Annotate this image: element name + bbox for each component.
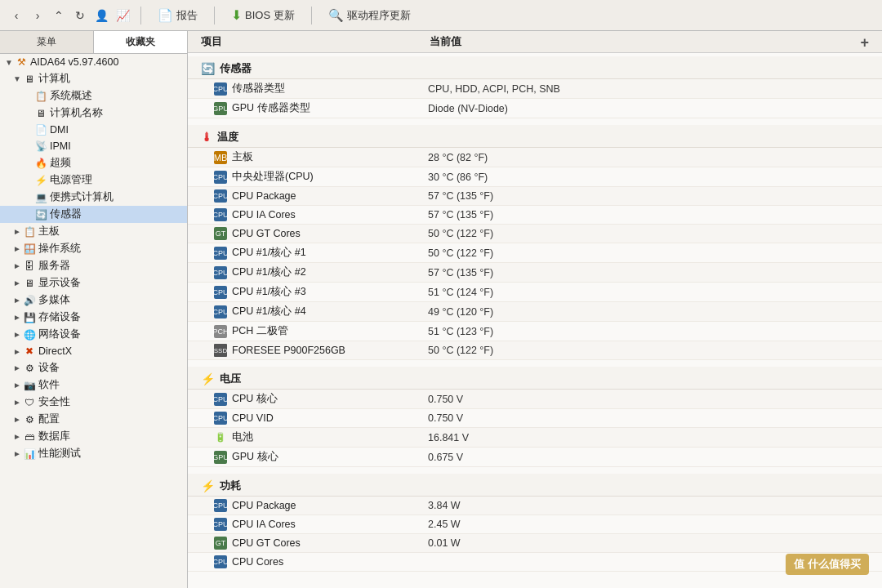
tree-sysoverview[interactable]: 📋 系统概述 [0, 87, 187, 105]
row-cpu-ia-power: CPU CPU IA Cores 2.45 W [188, 515, 882, 534]
tree-os-label: 操作系统 [38, 242, 184, 256]
row-motherboard-temp: MB 主板 28 °C (82 °F) [188, 148, 882, 167]
section-power-header: ⚡ 功耗 [188, 474, 882, 497]
chart-button[interactable]: 📈 [113, 6, 132, 25]
value-core2-temp: 57 °C (135 °F) [428, 267, 869, 278]
arrow-display: ► [11, 278, 23, 287]
value-mb-temp: 28 °C (82 °F) [428, 152, 869, 163]
tree-directx[interactable]: ► ✖ DirectX [0, 343, 187, 359]
row-gpu-core-volt: GPU GPU 核心 0.675 V [188, 448, 882, 467]
tree-sensors[interactable]: 🔄 传感器 [0, 206, 187, 223]
tree-devices[interactable]: ► ⚙ 设备 [0, 359, 187, 376]
tree-cfg-label: 配置 [38, 412, 184, 426]
tree-multimedia[interactable]: ► 🔊 多媒体 [0, 292, 187, 309]
tree-root[interactable]: ▼ ⚒ AIDA64 v5.97.4600 [0, 54, 187, 70]
report-button[interactable]: 📄 报告 [149, 6, 206, 25]
tree-display[interactable]: ► 🖥 显示设备 [0, 274, 187, 292]
name-bat-volt: 电池 [232, 430, 428, 444]
icon-dmi: 📄 [34, 123, 47, 136]
icon-cpu-pkg-power: CPU [214, 499, 227, 512]
tree-compname[interactable]: 🖥 计算机名称 [0, 105, 187, 122]
value-cpu-temp: 30 °C (86 °F) [428, 172, 869, 183]
back-button[interactable]: ‹ [7, 6, 26, 25]
arrow-bench: ► [11, 449, 23, 458]
tree-oc-label: 超频 [50, 156, 184, 170]
tree-security[interactable]: ► 🛡 安全性 [0, 394, 187, 411]
toolbar: ‹ › ⌃ ↻ 👤 📈 📄 报告 ⬇ BIOS 更新 🔍 驱动程序更新 [0, 0, 882, 31]
icon-cpu-pkg-temp: CPU [214, 189, 227, 203]
driver-button[interactable]: 🔍 驱动程序更新 [320, 6, 419, 25]
tree-motherboard[interactable]: ► 📋 主板 [0, 223, 187, 240]
tree-computer[interactable]: ▼ 🖥 计算机 [0, 70, 187, 87]
tree-software[interactable]: ► 📷 软件 [0, 376, 187, 394]
volt-section-icon: ⚡ [201, 372, 215, 385]
tree-ipmi[interactable]: 📡 IPMI [0, 138, 187, 154]
tab-menu[interactable]: 菜单 [0, 31, 94, 53]
row-cpu-gt-temp: GT CPU GT Cores 50 °C (122 °F) [188, 225, 882, 243]
icon-dx: ✖ [23, 345, 36, 358]
tree-ipmi-label: IPMI [50, 140, 184, 152]
temp-section-icon: 🌡 [201, 131, 212, 144]
sidebar-tabs: 菜单 收藏夹 [0, 31, 187, 54]
tree-server[interactable]: ► 🗄 服务器 [0, 257, 187, 274]
arrow-cfg: ► [11, 415, 23, 424]
icon-db: 🗃 [23, 430, 36, 443]
tree-storage[interactable]: ► 💾 存储设备 [0, 309, 187, 326]
tree-benchmark[interactable]: ► 📊 性能测试 [0, 445, 187, 462]
tree-mm-label: 多媒体 [38, 293, 184, 307]
bios-icon: ⬇ [231, 7, 242, 23]
icon-core3-temp: CPU [214, 286, 227, 299]
icon-cpu-gt-power: GT [214, 537, 227, 550]
section-volt-title: 电压 [220, 372, 241, 386]
arrow-mb: ► [11, 227, 23, 236]
name-cpu-core-volt: CPU 核心 [232, 392, 428, 406]
icon-cpu-cores-power: CPU [214, 555, 227, 568]
tree-database[interactable]: ► 🗃 数据库 [0, 428, 187, 445]
icon-cpu-ia-temp: CPU [214, 208, 227, 221]
row-gpu-sensor-type: GPU GPU 传感器类型 Diode (NV-Diode) [188, 99, 882, 118]
icon-sensor-type: CPU [214, 82, 227, 96]
tab-favorites[interactable]: 收藏夹 [94, 31, 187, 53]
tree-sec-label: 安全性 [38, 395, 184, 409]
user-button[interactable]: 👤 [91, 6, 111, 25]
arrow-computer: ▼ [11, 74, 23, 83]
tree-compname-label: 计算机名称 [50, 106, 184, 120]
value-cpu-ia-temp: 57 °C (135 °F) [428, 209, 869, 220]
icon-portable: 💻 [34, 191, 47, 204]
watermark: 值 什么值得买 [786, 554, 869, 575]
up-button[interactable]: ⌃ [49, 6, 69, 25]
section-temperature: 🌡 温度 MB 主板 28 °C (82 °F) CPU 中央处理器(CPU) … [188, 125, 882, 363]
forward-button[interactable]: › [28, 6, 47, 25]
tree-power[interactable]: ⚡ 电源管理 [0, 172, 187, 189]
tree-oc[interactable]: 🔥 超频 [0, 154, 187, 172]
name-cpu-cores-power: CPU Cores [232, 556, 428, 568]
name-cpu-gt-power: CPU GT Cores [232, 537, 428, 549]
add-button[interactable]: + [860, 34, 869, 51]
report-label: 报告 [176, 8, 198, 23]
tree-config[interactable]: ► ⚙ 配置 [0, 411, 187, 428]
name-mb-temp: 主板 [232, 150, 428, 164]
tree-db-label: 数据库 [38, 430, 184, 443]
tree-mb-label: 主板 [38, 225, 184, 238]
tree-os[interactable]: ► 🪟 操作系统 [0, 240, 187, 257]
icon-cpu-ia-power: CPU [214, 518, 227, 531]
name-core2-temp: CPU #1/核心 #2 [232, 265, 428, 279]
icon-core2-temp: CPU [214, 266, 227, 279]
value-cpu-pkg-temp: 57 °C (135 °F) [428, 190, 869, 202]
row-bat-volt: 🔋 电池 16.841 V [188, 428, 882, 448]
value-cpu-pkg-power: 3.84 W [428, 500, 869, 511]
icon-core1-temp: CPU [214, 247, 227, 260]
tree-network[interactable]: ► 🌐 网络设备 [0, 326, 187, 343]
icon-bench: 📊 [23, 448, 36, 461]
bios-button[interactable]: ⬇ BIOS 更新 [223, 5, 303, 25]
name-cpu-temp: 中央处理器(CPU) [232, 170, 428, 184]
icon-sys: 📋 [34, 90, 47, 103]
value-cpu-gt-power: 0.01 W [428, 537, 869, 549]
sidebar: 菜单 收藏夹 ▼ ⚒ AIDA64 v5.97.4600 ▼ 🖥 计算机 📋 系… [0, 31, 188, 588]
row-cpu-temp: CPU 中央处理器(CPU) 30 °C (86 °F) [188, 167, 882, 187]
tree-dmi[interactable]: 📄 DMI [0, 122, 187, 138]
tree-net-label: 网络设备 [38, 327, 184, 341]
refresh-button[interactable]: ↻ [70, 6, 90, 25]
tree-portable[interactable]: 💻 便携式计算机 [0, 189, 187, 206]
name-cpu-pkg-power: CPU Package [232, 500, 428, 511]
